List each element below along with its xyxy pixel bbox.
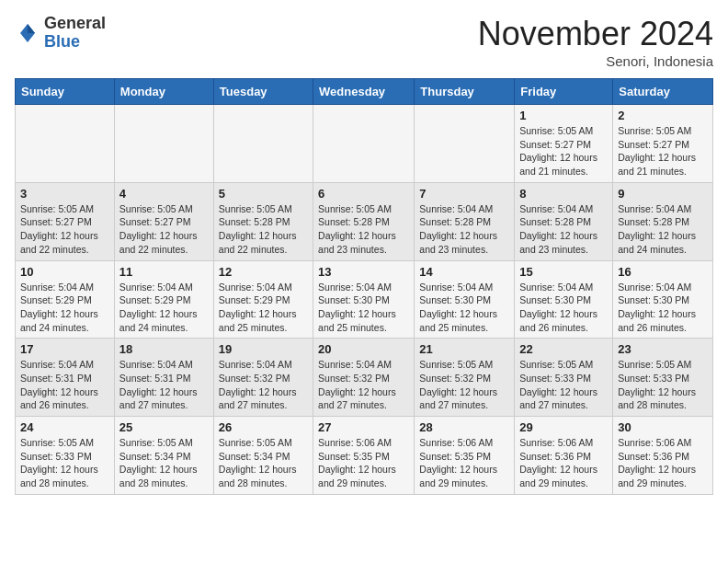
day-number: 15 xyxy=(519,265,608,279)
day-number: 23 xyxy=(618,342,708,356)
day-info: Sunrise: 5:06 AM Sunset: 5:36 PM Dayligh… xyxy=(519,436,608,490)
day-number: 18 xyxy=(119,342,209,356)
calendar-cell: 16Sunrise: 5:04 AM Sunset: 5:30 PM Dayli… xyxy=(613,260,713,339)
calendar-cell xyxy=(313,105,415,183)
day-info: Sunrise: 5:04 AM Sunset: 5:30 PM Dayligh… xyxy=(318,281,409,335)
logo-icon xyxy=(15,20,40,46)
day-number: 16 xyxy=(618,265,708,279)
calendar-cell: 3Sunrise: 5:05 AM Sunset: 5:27 PM Daylig… xyxy=(16,182,115,260)
calendar-cell: 23Sunrise: 5:05 AM Sunset: 5:33 PM Dayli… xyxy=(613,339,713,417)
calendar-cell: 24Sunrise: 5:05 AM Sunset: 5:33 PM Dayli… xyxy=(16,417,115,495)
calendar-week-row: 17Sunrise: 5:04 AM Sunset: 5:31 PM Dayli… xyxy=(16,339,713,417)
calendar-cell: 19Sunrise: 5:04 AM Sunset: 5:32 PM Dayli… xyxy=(213,339,313,417)
day-info: Sunrise: 5:05 AM Sunset: 5:27 PM Dayligh… xyxy=(20,202,109,257)
day-info: Sunrise: 5:05 AM Sunset: 5:34 PM Dayligh… xyxy=(119,436,209,490)
calendar-cell: 26Sunrise: 5:05 AM Sunset: 5:34 PM Dayli… xyxy=(213,417,313,495)
weekday-header: Tuesday xyxy=(213,79,313,105)
calendar-cell xyxy=(415,105,515,183)
location: Senori, Indonesia xyxy=(478,53,713,69)
day-info: Sunrise: 5:04 AM Sunset: 5:30 PM Dayligh… xyxy=(618,281,708,335)
day-info: Sunrise: 5:04 AM Sunset: 5:31 PM Dayligh… xyxy=(20,358,109,412)
day-number: 7 xyxy=(419,187,509,201)
calendar-cell: 21Sunrise: 5:05 AM Sunset: 5:32 PM Dayli… xyxy=(415,339,515,417)
day-number: 9 xyxy=(618,187,708,201)
calendar-cell: 22Sunrise: 5:05 AM Sunset: 5:33 PM Dayli… xyxy=(515,339,613,417)
day-number: 27 xyxy=(318,420,409,434)
weekday-header: Monday xyxy=(114,79,213,105)
day-info: Sunrise: 5:05 AM Sunset: 5:33 PM Dayligh… xyxy=(618,358,708,412)
day-info: Sunrise: 5:05 AM Sunset: 5:34 PM Dayligh… xyxy=(219,436,308,490)
day-info: Sunrise: 5:05 AM Sunset: 5:28 PM Dayligh… xyxy=(219,202,308,257)
weekday-header: Sunday xyxy=(16,79,115,105)
calendar-cell: 10Sunrise: 5:04 AM Sunset: 5:29 PM Dayli… xyxy=(16,260,115,339)
calendar-cell: 14Sunrise: 5:04 AM Sunset: 5:30 PM Dayli… xyxy=(415,260,515,339)
day-info: Sunrise: 5:04 AM Sunset: 5:30 PM Dayligh… xyxy=(419,281,509,335)
day-number: 28 xyxy=(419,420,509,434)
day-info: Sunrise: 5:04 AM Sunset: 5:32 PM Dayligh… xyxy=(318,358,409,412)
calendar-cell xyxy=(114,105,213,183)
day-number: 4 xyxy=(119,187,209,201)
weekday-header: Wednesday xyxy=(313,79,415,105)
calendar-week-row: 3Sunrise: 5:05 AM Sunset: 5:27 PM Daylig… xyxy=(16,182,713,260)
day-info: Sunrise: 5:04 AM Sunset: 5:28 PM Dayligh… xyxy=(519,202,608,257)
day-number: 25 xyxy=(119,420,209,434)
logo-blue: Blue xyxy=(44,32,80,51)
day-number: 22 xyxy=(519,342,608,356)
calendar-cell: 4Sunrise: 5:05 AM Sunset: 5:27 PM Daylig… xyxy=(114,182,213,260)
day-number: 19 xyxy=(219,342,308,356)
calendar-cell: 27Sunrise: 5:06 AM Sunset: 5:35 PM Dayli… xyxy=(313,417,415,495)
calendar-cell: 15Sunrise: 5:04 AM Sunset: 5:30 PM Dayli… xyxy=(515,260,613,339)
day-number: 10 xyxy=(20,265,109,279)
calendar-cell: 29Sunrise: 5:06 AM Sunset: 5:36 PM Dayli… xyxy=(515,417,613,495)
day-number: 8 xyxy=(519,187,608,201)
day-info: Sunrise: 5:04 AM Sunset: 5:30 PM Dayligh… xyxy=(519,281,608,335)
day-number: 30 xyxy=(618,420,708,434)
calendar-week-row: 1Sunrise: 5:05 AM Sunset: 5:27 PM Daylig… xyxy=(16,105,713,183)
day-number: 6 xyxy=(318,187,409,201)
calendar-cell: 30Sunrise: 5:06 AM Sunset: 5:36 PM Dayli… xyxy=(613,417,713,495)
calendar-cell: 28Sunrise: 5:06 AM Sunset: 5:35 PM Dayli… xyxy=(415,417,515,495)
calendar-cell: 7Sunrise: 5:04 AM Sunset: 5:28 PM Daylig… xyxy=(415,182,515,260)
calendar-cell: 18Sunrise: 5:04 AM Sunset: 5:31 PM Dayli… xyxy=(114,339,213,417)
logo-general: General xyxy=(44,14,106,32)
day-number: 21 xyxy=(419,342,509,356)
day-number: 2 xyxy=(618,109,708,122)
day-info: Sunrise: 5:04 AM Sunset: 5:28 PM Dayligh… xyxy=(419,202,509,257)
calendar-cell: 5Sunrise: 5:05 AM Sunset: 5:28 PM Daylig… xyxy=(213,182,313,260)
day-number: 3 xyxy=(20,187,109,201)
day-number: 1 xyxy=(519,109,608,122)
day-number: 26 xyxy=(219,420,308,434)
day-number: 24 xyxy=(20,420,109,434)
title-block: November 2024 Senori, Indonesia xyxy=(478,15,713,69)
day-info: Sunrise: 5:05 AM Sunset: 5:27 PM Dayligh… xyxy=(519,124,608,178)
logo-text: General Blue xyxy=(44,15,106,52)
svg-marker-1 xyxy=(28,24,35,33)
calendar-cell xyxy=(16,105,115,183)
day-info: Sunrise: 5:04 AM Sunset: 5:29 PM Dayligh… xyxy=(20,281,109,335)
day-info: Sunrise: 5:04 AM Sunset: 5:28 PM Dayligh… xyxy=(618,202,708,257)
day-info: Sunrise: 5:06 AM Sunset: 5:35 PM Dayligh… xyxy=(318,436,409,490)
day-info: Sunrise: 5:04 AM Sunset: 5:29 PM Dayligh… xyxy=(119,281,209,335)
calendar-cell: 13Sunrise: 5:04 AM Sunset: 5:30 PM Dayli… xyxy=(313,260,415,339)
day-number: 17 xyxy=(20,342,109,356)
calendar: SundayMondayTuesdayWednesdayThursdayFrid… xyxy=(15,78,713,495)
weekday-header-row: SundayMondayTuesdayWednesdayThursdayFrid… xyxy=(16,79,713,105)
calendar-cell: 25Sunrise: 5:05 AM Sunset: 5:34 PM Dayli… xyxy=(114,417,213,495)
day-number: 29 xyxy=(519,420,608,434)
calendar-week-row: 24Sunrise: 5:05 AM Sunset: 5:33 PM Dayli… xyxy=(16,417,713,495)
calendar-cell: 8Sunrise: 5:04 AM Sunset: 5:28 PM Daylig… xyxy=(515,182,613,260)
day-number: 20 xyxy=(318,342,409,356)
day-info: Sunrise: 5:05 AM Sunset: 5:33 PM Dayligh… xyxy=(519,358,608,412)
calendar-cell: 11Sunrise: 5:04 AM Sunset: 5:29 PM Dayli… xyxy=(114,260,213,339)
calendar-cell xyxy=(213,105,313,183)
month-title: November 2024 xyxy=(478,15,713,53)
weekday-header: Thursday xyxy=(415,79,515,105)
day-number: 12 xyxy=(219,265,308,279)
day-info: Sunrise: 5:05 AM Sunset: 5:27 PM Dayligh… xyxy=(618,124,708,178)
weekday-header: Friday xyxy=(515,79,613,105)
day-info: Sunrise: 5:04 AM Sunset: 5:32 PM Dayligh… xyxy=(219,358,308,412)
page-header: General Blue November 2024 Senori, Indon… xyxy=(15,15,713,69)
calendar-cell: 1Sunrise: 5:05 AM Sunset: 5:27 PM Daylig… xyxy=(515,105,613,183)
day-info: Sunrise: 5:05 AM Sunset: 5:32 PM Dayligh… xyxy=(419,358,509,412)
weekday-header: Saturday xyxy=(613,79,713,105)
